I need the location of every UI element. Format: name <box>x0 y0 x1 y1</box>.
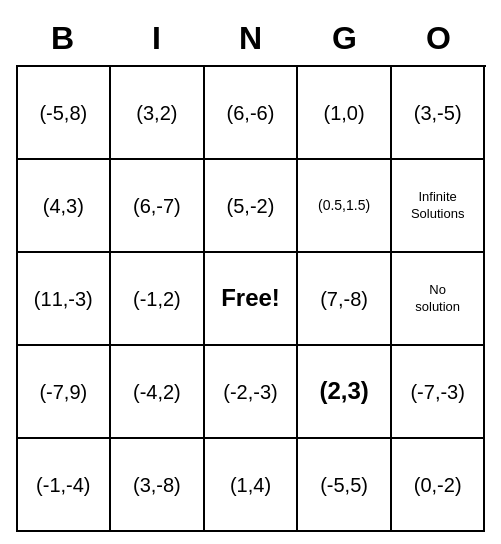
cell-text-1-2: (5,-2) <box>227 194 275 218</box>
bingo-row-4: (-1,-4)(3,-8)(1,4)(-5,5)(0,-2) <box>18 439 486 532</box>
cell-text-0-1: (3,2) <box>136 101 177 125</box>
cell-text-0-2: (6,-6) <box>227 101 275 125</box>
cell-text-1-1: (6,-7) <box>133 194 181 218</box>
bingo-cell-2-3: (7,-8) <box>298 253 392 346</box>
header-letter-I: I <box>110 12 204 65</box>
header-letter-B: B <box>16 12 110 65</box>
bingo-cell-3-2: (-2,-3) <box>205 346 299 439</box>
bingo-cell-1-0: (4,3) <box>18 160 112 253</box>
cell-text-4-1: (3,-8) <box>133 473 181 497</box>
bingo-cell-2-1: (-1,2) <box>111 253 205 346</box>
bingo-cell-3-0: (-7,9) <box>18 346 112 439</box>
bingo-card: BINGO (-5,8)(3,2)(6,-6)(1,0)(3,-5)(4,3)(… <box>16 12 486 532</box>
bingo-row-2: (11,-3)(-1,2)Free!(7,-8)Nosolution <box>18 253 486 346</box>
cell-text-2-3: (7,-8) <box>320 287 368 311</box>
cell-text-2-2: Free! <box>221 284 280 313</box>
bingo-row-1: (4,3)(6,-7)(5,-2)(0.5,1.5)InfiniteSoluti… <box>18 160 486 253</box>
bingo-cell-0-0: (-5,8) <box>18 67 112 160</box>
cell-text-4-2: (1,4) <box>230 473 271 497</box>
bingo-cell-4-1: (3,-8) <box>111 439 205 532</box>
cell-text-0-4: (3,-5) <box>414 101 462 125</box>
bingo-cell-3-1: (-4,2) <box>111 346 205 439</box>
bingo-grid: (-5,8)(3,2)(6,-6)(1,0)(3,-5)(4,3)(6,-7)(… <box>16 65 486 532</box>
cell-text-2-4: Nosolution <box>415 282 460 316</box>
bingo-cell-2-2: Free! <box>205 253 299 346</box>
bingo-cell-0-4: (3,-5) <box>392 67 486 160</box>
header-letter-G: G <box>298 12 392 65</box>
cell-text-4-4: (0,-2) <box>414 473 462 497</box>
bingo-cell-4-0: (-1,-4) <box>18 439 112 532</box>
cell-text-0-3: (1,0) <box>324 101 365 125</box>
cell-text-4-0: (-1,-4) <box>36 473 90 497</box>
bingo-cell-1-4: InfiniteSolutions <box>392 160 486 253</box>
cell-text-3-3: (2,3) <box>319 377 368 406</box>
bingo-row-0: (-5,8)(3,2)(6,-6)(1,0)(3,-5) <box>18 67 486 160</box>
bingo-cell-4-2: (1,4) <box>205 439 299 532</box>
bingo-cell-4-4: (0,-2) <box>392 439 486 532</box>
bingo-cell-0-1: (3,2) <box>111 67 205 160</box>
bingo-cell-2-0: (11,-3) <box>18 253 112 346</box>
cell-text-1-0: (4,3) <box>43 194 84 218</box>
cell-text-3-0: (-7,9) <box>39 380 87 404</box>
cell-text-0-0: (-5,8) <box>39 101 87 125</box>
bingo-cell-3-4: (-7,-3) <box>392 346 486 439</box>
bingo-cell-1-3: (0.5,1.5) <box>298 160 392 253</box>
bingo-cell-1-2: (5,-2) <box>205 160 299 253</box>
bingo-cell-0-3: (1,0) <box>298 67 392 160</box>
bingo-cell-3-3: (2,3) <box>298 346 392 439</box>
cell-text-2-0: (11,-3) <box>34 287 93 311</box>
bingo-header: BINGO <box>16 12 486 65</box>
cell-text-1-4: InfiniteSolutions <box>411 189 464 223</box>
cell-text-4-3: (-5,5) <box>320 473 368 497</box>
cell-text-3-2: (-2,-3) <box>223 380 277 404</box>
cell-text-2-1: (-1,2) <box>133 287 181 311</box>
bingo-cell-1-1: (6,-7) <box>111 160 205 253</box>
header-letter-N: N <box>204 12 298 65</box>
bingo-cell-4-3: (-5,5) <box>298 439 392 532</box>
bingo-cell-2-4: Nosolution <box>392 253 486 346</box>
bingo-row-3: (-7,9)(-4,2)(-2,-3)(2,3)(-7,-3) <box>18 346 486 439</box>
cell-text-1-3: (0.5,1.5) <box>318 196 370 214</box>
bingo-cell-0-2: (6,-6) <box>205 67 299 160</box>
header-letter-O: O <box>392 12 486 65</box>
cell-text-3-1: (-4,2) <box>133 380 181 404</box>
cell-text-3-4: (-7,-3) <box>410 380 464 404</box>
